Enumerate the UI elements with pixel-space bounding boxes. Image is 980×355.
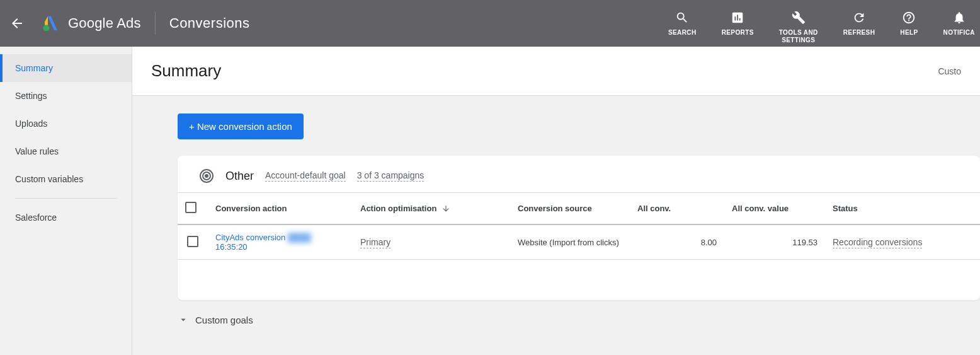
tool-label: REPORTS xyxy=(722,29,754,37)
notifications-icon xyxy=(952,11,966,25)
sidebar-item-salesforce[interactable]: Salesforce xyxy=(0,204,132,231)
row-all-conv: 8.00 xyxy=(630,224,724,260)
sidebar-divider xyxy=(15,198,117,199)
arrow-down-icon xyxy=(442,204,450,213)
col-conversion-source[interactable]: Conversion source xyxy=(510,193,630,225)
app-header: Google Ads Conversions SEARCH REPORTS TO… xyxy=(0,0,980,47)
tool-help[interactable]: HELP xyxy=(887,10,930,37)
card-head: Other Account-default goal 3 of 3 campai… xyxy=(178,156,980,192)
select-all-checkbox[interactable] xyxy=(185,202,197,213)
sidebar-item-label: Uploads xyxy=(15,119,47,129)
col-all-conv-value[interactable]: All conv. value xyxy=(724,193,825,225)
page-name: Conversions xyxy=(169,15,250,32)
chevron-down-icon xyxy=(178,314,189,325)
row-optimisation[interactable]: Primary xyxy=(360,237,390,248)
tool-refresh[interactable]: REFRESH xyxy=(831,10,888,37)
content-right-text: Custo xyxy=(938,66,961,76)
col-status[interactable]: Status xyxy=(825,193,980,225)
campaigns-link[interactable]: 3 of 3 campaigns xyxy=(357,170,424,182)
logo-icon xyxy=(42,14,60,33)
tools-icon xyxy=(792,11,806,25)
help-icon xyxy=(902,11,916,25)
row-all-conv-value: 119.53 xyxy=(724,224,825,260)
sidebar-item-label: Custom variables xyxy=(15,174,83,184)
svg-point-0 xyxy=(43,25,50,32)
new-conversion-action-button[interactable]: + New conversion action xyxy=(178,113,304,139)
row-source: Website (Import from clicks) xyxy=(510,224,630,260)
page-title: Summary xyxy=(151,61,938,81)
tool-label: NOTIFICA xyxy=(943,29,975,37)
sidebar-item-summary[interactable]: Summary xyxy=(0,54,132,82)
app-title: Google Ads xyxy=(68,15,141,32)
tool-label: SEARCH xyxy=(668,29,697,37)
target-icon xyxy=(199,168,214,183)
refresh-icon xyxy=(852,11,866,25)
conversion-card: Other Account-default goal 3 of 3 campai… xyxy=(178,156,980,300)
arrow-left-icon xyxy=(9,16,25,31)
tool-search[interactable]: SEARCH xyxy=(656,10,709,37)
sidebar-item-label: Summary xyxy=(15,63,53,73)
row-name-blur: ████ xyxy=(288,233,311,242)
search-icon xyxy=(675,11,689,25)
sidebar-item-settings[interactable]: Settings xyxy=(0,82,132,110)
tool-tools-settings[interactable]: TOOLS AND SETTINGS xyxy=(766,10,831,44)
table-row: CityAds conversion ████ 16:35:20 Primary… xyxy=(178,224,980,260)
row-name-line2: 16:35:20 xyxy=(215,242,248,252)
tool-label: REFRESH xyxy=(843,29,875,37)
card-title: Other xyxy=(225,170,254,183)
reports-icon xyxy=(731,11,744,25)
row-name-line1: CityAds conversion xyxy=(215,233,285,242)
sidebar-item-value-rules[interactable]: Value rules xyxy=(0,137,132,165)
col-action-optimisation[interactable]: Action optimisation xyxy=(353,193,510,225)
sidebar-item-label: Salesforce xyxy=(15,212,57,223)
col-label: Action optimisation xyxy=(360,204,436,213)
sidebar-item-label: Settings xyxy=(15,91,47,101)
col-conversion-action[interactable]: Conversion action xyxy=(208,193,353,225)
row-status[interactable]: Recording conversions xyxy=(833,237,922,248)
sidebar-item-label: Value rules xyxy=(15,146,59,156)
svg-point-3 xyxy=(205,175,208,177)
conversion-table: Conversion action Action optimisation Co… xyxy=(178,192,980,260)
google-ads-logo xyxy=(42,14,60,33)
content-header: Summary Custo xyxy=(132,47,980,96)
col-all-conv[interactable]: All conv. xyxy=(630,193,724,225)
tool-label: TOOLS AND SETTINGS xyxy=(779,29,818,44)
custom-goals-toggle[interactable]: Custom goals xyxy=(178,300,980,325)
conversion-name-link[interactable]: CityAds conversion ████ 16:35:20 xyxy=(215,233,345,252)
tool-label: HELP xyxy=(900,29,918,37)
tool-notifications[interactable]: NOTIFICA xyxy=(931,10,980,37)
goal-link[interactable]: Account-default goal xyxy=(265,170,346,182)
sidebar-item-uploads[interactable]: Uploads xyxy=(0,110,132,137)
custom-goals-label: Custom goals xyxy=(195,315,253,325)
header-divider xyxy=(155,12,156,35)
row-checkbox[interactable] xyxy=(187,236,198,247)
back-button[interactable] xyxy=(0,16,34,31)
sidebar: Summary Settings Uploads Value rules Cus… xyxy=(0,47,132,355)
content: Summary Custo + New conversion action Ot… xyxy=(132,47,980,355)
header-tools: SEARCH REPORTS TOOLS AND SETTINGS REFRES… xyxy=(656,3,980,44)
tool-reports[interactable]: REPORTS xyxy=(709,10,766,37)
sidebar-item-custom-variables[interactable]: Custom variables xyxy=(0,165,132,193)
